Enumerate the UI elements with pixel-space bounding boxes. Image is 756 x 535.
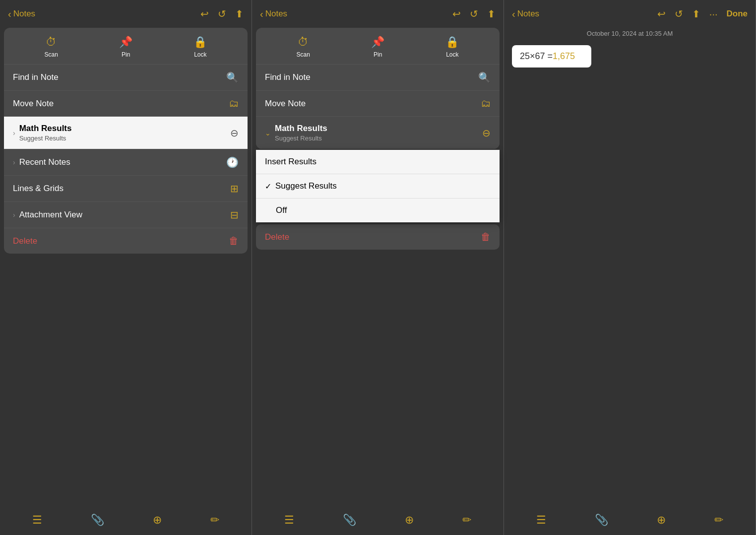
clock-icon: 🕐: [226, 156, 239, 168]
back-button-1[interactable]: ‹ Notes: [8, 8, 35, 20]
math-icon-2: ⊖: [482, 127, 491, 139]
recent-notes-label: Recent Notes: [19, 157, 222, 167]
checklist-icon-1[interactable]: ☰: [32, 514, 42, 527]
move-note-row-2[interactable]: Move Note 🗂: [256, 91, 500, 117]
math-submenu: Insert Results ✓ Suggest Results Off: [256, 150, 500, 222]
undo-icon-3[interactable]: ↩: [657, 8, 666, 20]
back-button-2[interactable]: ‹ Notes: [260, 8, 287, 20]
math-results-row[interactable]: › Math Results Suggest Results ⊖: [4, 117, 248, 149]
find-in-note-row[interactable]: Find in Note 🔍: [4, 65, 248, 91]
math-icon: ⊖: [230, 127, 239, 139]
nav-icons-3: ↩ ↺ ⬆ ··· Done: [657, 8, 748, 20]
lock-tool-2[interactable]: 🔒 Lock: [445, 36, 459, 58]
math-chevron-down-icon: ⌄: [265, 129, 271, 137]
insert-results-row[interactable]: Insert Results: [256, 150, 500, 174]
lines-grids-row[interactable]: Lines & Grids ⊞: [4, 176, 248, 202]
lock-label-2: Lock: [446, 51, 458, 58]
lock-icon-2: 🔒: [445, 36, 459, 49]
compose-icon-3[interactable]: ⊕: [657, 514, 666, 527]
result-text: 1,675: [553, 51, 575, 62]
attachment-view-row[interactable]: › Attachment View ⊟: [4, 202, 248, 228]
pin-label: Pin: [122, 51, 130, 58]
nav-icons-1: ↩ ↺ ⬆: [200, 8, 244, 20]
back-label-2: Notes: [265, 9, 287, 19]
bottom-bar-1: ☰ 📎 ⊕ ✏: [0, 505, 252, 535]
math-results-expanded-row[interactable]: ⌄ Math Results Suggest Results ⊖: [256, 117, 500, 149]
share-icon-1[interactable]: ⬆: [235, 8, 244, 20]
panel-3-overlay: [504, 0, 756, 535]
delete-row-2[interactable]: Delete 🗑: [256, 224, 500, 250]
note-content: 25×67 = 1,675: [512, 45, 591, 67]
nav-bar-1: ‹ Notes ↩ ↺ ⬆: [0, 0, 252, 28]
lock-tool[interactable]: 🔒 Lock: [193, 36, 207, 58]
attachment-bottom-icon-2[interactable]: 📎: [343, 514, 356, 527]
grid-icon: ⊞: [230, 183, 239, 195]
off-label: Off: [265, 205, 491, 215]
delete-row[interactable]: Delete 🗑: [4, 228, 248, 254]
scan-tool[interactable]: ⏱ Scan: [45, 36, 58, 58]
math-chevron-icon: ›: [13, 129, 15, 137]
delete-label-2: Delete: [265, 232, 477, 242]
checklist-icon-3[interactable]: ☰: [536, 514, 546, 527]
back-chevron-icon-1: ‹: [8, 8, 11, 20]
compose-icon-1[interactable]: ⊕: [153, 514, 162, 527]
find-in-note-label: Find in Note: [13, 72, 222, 82]
back-label-1: Notes: [13, 9, 35, 19]
off-row[interactable]: Off: [256, 199, 500, 222]
more-icon-3[interactable]: ···: [709, 8, 718, 20]
pin-tool[interactable]: 📌 Pin: [119, 36, 132, 58]
attachment-label: Attachment View: [19, 210, 226, 220]
checklist-icon-2[interactable]: ☰: [284, 514, 294, 527]
scan-icon: ⏱: [46, 36, 57, 49]
math-results-sub: Suggest Results: [19, 134, 226, 142]
suggest-results-label: Suggest Results: [275, 181, 491, 191]
redo-icon-3[interactable]: ↺: [675, 8, 683, 20]
math-results-label: Math Results: [19, 124, 226, 134]
lines-grids-label: Lines & Grids: [13, 184, 226, 194]
delete-container-2: Delete 🗑: [256, 224, 500, 250]
compose-icon-2[interactable]: ⊕: [405, 514, 414, 527]
find-label-2: Find in Note: [265, 72, 474, 82]
move-note-label: Move Note: [13, 99, 225, 109]
bottom-bar-3: ☰ 📎 ⊕ ✏: [504, 505, 756, 535]
scan-icon-2: ⏱: [298, 36, 309, 49]
pin-label-2: Pin: [374, 51, 382, 58]
edit-icon-1[interactable]: ✏: [210, 514, 219, 527]
nav-bar-2: ‹ Notes ↩ ↺ ⬆: [252, 0, 504, 28]
pin-icon: 📌: [119, 36, 132, 49]
back-chevron-icon-3: ‹: [512, 8, 515, 20]
nav-bar-3: ‹ Notes ↩ ↺ ⬆ ··· Done: [504, 0, 756, 28]
redo-icon-1[interactable]: ↺: [218, 8, 226, 20]
move-note-label-2: Move Note: [265, 99, 477, 109]
pin-tool-2[interactable]: 📌 Pin: [371, 36, 384, 58]
panel-3: ‹ Notes ↩ ↺ ⬆ ··· Done October 10, 2024 …: [504, 0, 756, 535]
attachment-bottom-icon-1[interactable]: 📎: [91, 514, 104, 527]
move-note-row[interactable]: Move Note 🗂: [4, 91, 248, 117]
scan-tool-2[interactable]: ⏱ Scan: [297, 36, 310, 58]
edit-icon-2[interactable]: ✏: [462, 514, 471, 527]
trash-icon-1: 🗑: [229, 235, 239, 247]
checkmark-icon: ✓: [265, 182, 271, 191]
back-label-3: Notes: [517, 9, 539, 19]
undo-icon-2[interactable]: ↩: [452, 8, 461, 20]
suggest-results-row[interactable]: ✓ Suggest Results: [256, 174, 500, 199]
math-results-text: Math Results Suggest Results: [19, 124, 226, 142]
recent-chevron-icon: ›: [13, 158, 15, 166]
find-in-note-row-2[interactable]: Find in Note 🔍: [256, 65, 500, 91]
lock-icon: 🔒: [193, 36, 207, 49]
attachment-bottom-icon-3[interactable]: 📎: [595, 514, 608, 527]
find-icon: 🔍: [226, 71, 239, 83]
menu-sheet-1: ⏱ Scan 📌 Pin 🔒 Lock Find in Note 🔍 Move …: [4, 28, 248, 254]
edit-icon-3[interactable]: ✏: [714, 514, 723, 527]
math-results-label-2: Math Results: [275, 124, 478, 134]
math-results-text-2: Math Results Suggest Results: [275, 124, 478, 142]
share-icon-3[interactable]: ⬆: [692, 8, 700, 20]
recent-notes-row[interactable]: › Recent Notes 🕐: [4, 149, 248, 176]
back-button-3[interactable]: ‹ Notes: [512, 8, 539, 20]
menu-sheet-2: ⏱ Scan 📌 Pin 🔒 Lock Find in Note 🔍 Move …: [256, 28, 500, 149]
share-icon-2[interactable]: ⬆: [487, 8, 496, 20]
undo-icon-1[interactable]: ↩: [200, 8, 209, 20]
done-button[interactable]: Done: [727, 9, 748, 19]
tool-row-2: ⏱ Scan 📌 Pin 🔒 Lock: [256, 28, 500, 65]
redo-icon-2[interactable]: ↺: [470, 8, 478, 20]
